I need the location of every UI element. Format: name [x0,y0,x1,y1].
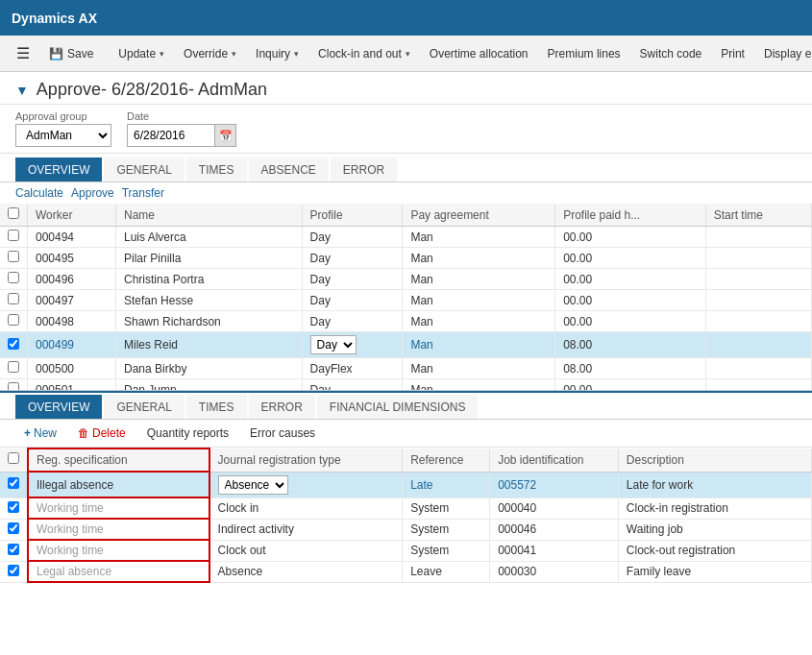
select-all-lower[interactable] [8,452,19,464]
pay-cell: Man [403,358,555,379]
reference-cell: Late [403,472,490,497]
clock-in-out-button[interactable]: Clock-in and out ▾ [309,42,419,65]
reg-spec-cell: Illegal absence [28,472,209,497]
tab-error[interactable]: ERROR [331,158,397,182]
upper-table-body: 000494Luis AlvercaDayMan00.00000495Pilar… [0,227,812,392]
error-causes-button[interactable]: Error causes [241,423,324,444]
row-checkbox[interactable] [8,293,19,304]
lower-row-checkbox-cell [0,472,28,497]
lower-table-body: Illegal absenceAbsenceLate005572Late for… [0,472,812,582]
tab-general[interactable]: GENERAL [104,158,184,182]
reference-cell: System [403,540,490,561]
lower-row-checkbox[interactable] [8,522,19,534]
lower-row-checkbox[interactable] [8,477,19,489]
col-profile: Profile [302,204,403,227]
start-time-cell [705,332,811,358]
approve-link[interactable]: Approve [71,186,114,200]
row-checkbox-cell [0,358,28,379]
new-button[interactable]: + New [15,423,65,444]
bottom-section: OVERVIEW GENERAL TIMES ERROR FINANCIAL D… [0,391,812,593]
row-checkbox[interactable] [8,230,19,241]
list-item[interactable]: Legal absenceAbsenceLeave000030Family le… [0,561,812,582]
profile-paid-cell: 00.00 [555,311,706,332]
tab-lower-overview[interactable]: OVERVIEW [15,395,102,419]
filter-icon[interactable]: ▼ [15,83,29,98]
row-checkbox[interactable] [8,361,19,373]
print-button[interactable]: Print [712,42,753,65]
list-item[interactable]: Working timeClock inSystem000040Clock-in… [0,497,812,519]
approval-group-select[interactable]: AdmMan [15,124,111,147]
list-item[interactable]: Illegal absenceAbsenceLate005572Late for… [0,472,812,497]
table-row[interactable]: 000501Dan JumpDayMan00.00 [0,379,812,392]
date-input[interactable] [128,126,214,145]
worker-cell: 000498 [28,311,116,332]
table-row[interactable]: 000497Stefan HesseDayMan00.00 [0,290,812,311]
name-cell: Stefan Hesse [116,290,303,311]
name-cell: Dan Jump [116,379,303,392]
date-field: Date 📅 [127,110,236,147]
lower-table-container: Reg. specification Journal registration … [0,448,812,583]
hamburger-button[interactable]: ☰ [8,39,38,67]
select-all-upper[interactable] [8,207,19,219]
lower-row-checkbox[interactable] [8,544,19,555]
pay-cell: Man [403,248,555,269]
delete-button[interactable]: 🗑 Delete [69,423,135,444]
row-checkbox[interactable] [8,314,19,326]
lower-row-checkbox[interactable] [8,565,19,576]
reference-cell: System [403,497,490,519]
tab-lower-error[interactable]: ERROR [249,395,315,419]
tab-lower-times[interactable]: TIMES [186,395,247,419]
override-button[interactable]: Override ▾ [175,42,245,65]
tab-lower-general[interactable]: GENERAL [104,395,184,419]
calendar-icon[interactable]: 📅 [214,125,235,146]
table-row[interactable]: 000500Dana BirkbyDayFlexMan08.00 [0,358,812,379]
upper-action-row: Calculate Approve Transfer [0,182,812,204]
form-fields: Approval group AdmMan Date 📅 [0,105,812,154]
tab-lower-financial[interactable]: FINANCIAL DIMENSIONS [317,395,479,419]
tab-absence[interactable]: ABSENCE [249,158,329,182]
profile-cell: Day [302,379,403,392]
job-id-cell: 000046 [490,519,619,540]
lower-col-description: Description [618,449,811,472]
tab-overview[interactable]: OVERVIEW [15,158,102,182]
update-button[interactable]: Update ▾ [110,42,173,65]
tab-times[interactable]: TIMES [186,158,247,182]
lower-row-checkbox-cell [0,497,28,519]
row-checkbox-cell [0,311,28,332]
inquiry-button[interactable]: Inquiry ▾ [247,42,308,65]
display-errors-button[interactable]: Display errors [755,42,812,65]
switch-code-button[interactable]: Switch code [631,42,711,65]
profile-select[interactable]: Day [310,335,357,354]
premium-lines-button[interactable]: Premium lines [539,42,629,65]
lower-row-checkbox[interactable] [8,501,19,513]
row-checkbox[interactable] [8,382,19,391]
row-checkbox[interactable] [8,272,19,283]
profile-cell: Day [302,269,403,290]
description-cell: Clock-in registration [618,497,811,519]
table-row[interactable]: 000494Luis AlvercaDayMan00.00 [0,227,812,248]
profile-cell: DayFlex [302,358,403,379]
save-button[interactable]: 💾 Save [40,42,102,65]
profile-paid-cell: 00.00 [555,248,706,269]
table-row[interactable]: 000496Christina PortraDayMan00.00 [0,269,812,290]
row-checkbox[interactable] [8,251,19,262]
overtime-button[interactable]: Overtime allocation [421,42,537,65]
table-row[interactable]: 000495Pilar PinillaDayMan00.00 [0,248,812,269]
list-item[interactable]: Working timeClock outSystem000041Clock-o… [0,540,812,561]
table-row[interactable]: 000499Miles ReidDayMan08.00 [0,332,812,358]
row-checkbox[interactable] [8,338,19,350]
dropdown-arrow: ▾ [232,49,236,59]
quantity-reports-button[interactable]: Quantity reports [138,423,237,444]
reg-spec-cell: Working time [28,519,209,540]
save-icon: 💾 [49,47,63,61]
transfer-link[interactable]: Transfer [122,186,164,200]
profile-cell: Day [302,248,403,269]
row-checkbox-cell [0,290,28,311]
journal-type-select[interactable]: Absence [218,475,288,495]
pay-cell: Man [403,227,555,248]
calculate-link[interactable]: Calculate [15,186,63,200]
job-id-cell: 005572 [490,472,619,497]
table-row[interactable]: 000498Shawn RichardsonDayMan00.00 [0,311,812,332]
list-item[interactable]: Working timeIndirect activitySystem00004… [0,519,812,540]
job-id-cell: 000030 [490,561,619,582]
